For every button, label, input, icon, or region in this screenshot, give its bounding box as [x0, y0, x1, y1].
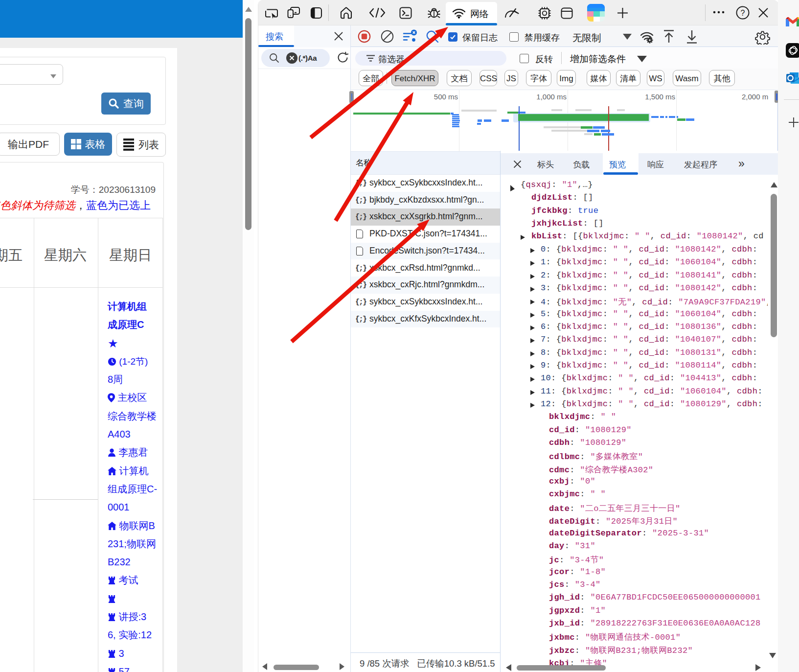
svg-text:?: ? [741, 9, 745, 17]
